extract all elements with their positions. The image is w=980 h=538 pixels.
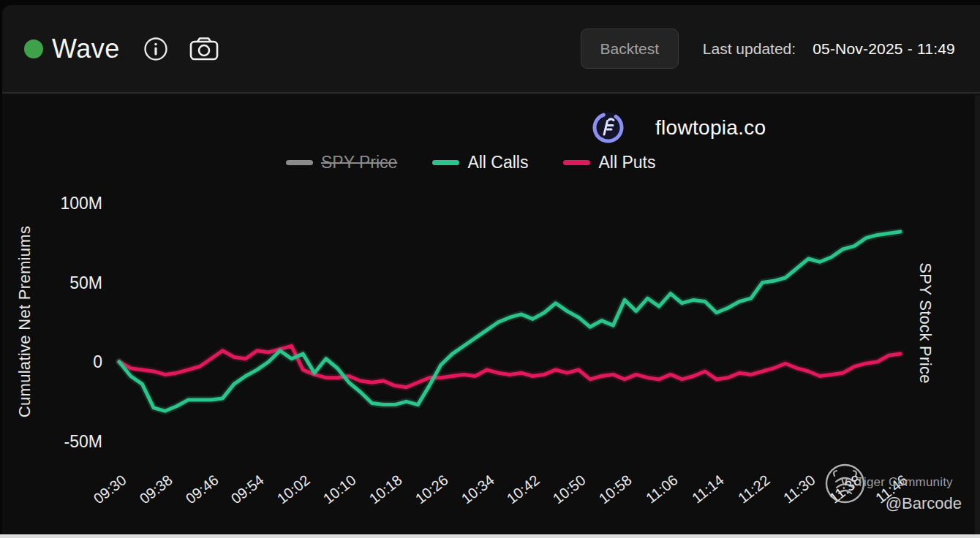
status-dot bbox=[24, 39, 43, 58]
wave-panel: Wave Backtest Last updated: 05-Nov-2025 … bbox=[2, 5, 980, 534]
watermark-handle: @Barcode bbox=[886, 494, 962, 513]
series-line-all-calls bbox=[119, 232, 900, 411]
camera-icon[interactable] bbox=[189, 36, 219, 62]
bottom-edge-strip bbox=[0, 534, 980, 538]
chart-panel: flowtopia.co SPY PriceAll CallsAll Puts … bbox=[2, 95, 980, 534]
last-updated-label: Last updated: bbox=[703, 40, 796, 58]
header: Wave Backtest Last updated: 05-Nov-2025 … bbox=[2, 5, 980, 94]
backtest-button[interactable]: Backtest bbox=[581, 29, 679, 69]
watermark-community: Tiger Community bbox=[856, 475, 953, 490]
camera-icon-glyph bbox=[189, 36, 219, 62]
info-icon[interactable] bbox=[143, 37, 168, 61]
page-title: Wave bbox=[52, 34, 120, 64]
last-updated-value: 05-Nov-2025 - 11:49 bbox=[813, 40, 955, 58]
info-icon-glyph bbox=[143, 37, 168, 61]
